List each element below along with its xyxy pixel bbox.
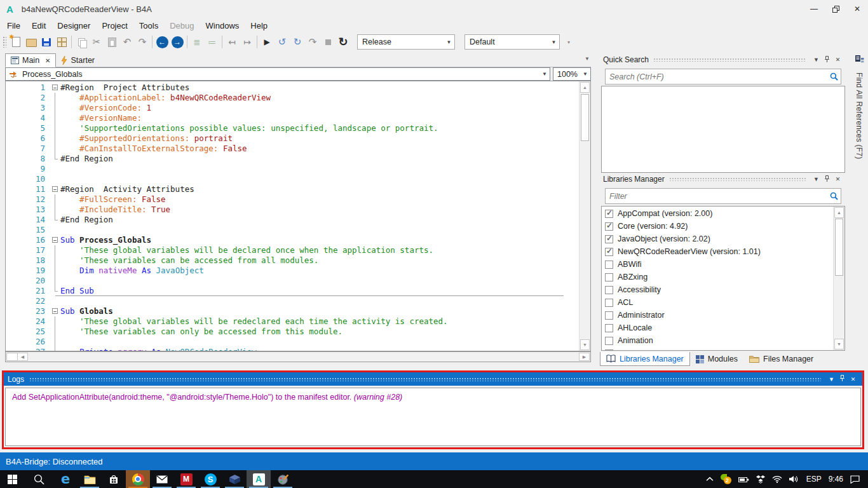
search-icon[interactable] xyxy=(827,72,841,81)
library-item[interactable]: Animation xyxy=(602,334,834,347)
line-number[interactable]: 27 xyxy=(6,347,51,351)
chevron-down-icon[interactable]: ▼ xyxy=(811,57,822,63)
line-number[interactable]: 11 xyxy=(6,184,51,194)
taskbar-b4a[interactable]: A xyxy=(247,470,271,488)
minimize-button[interactable]: — xyxy=(803,0,825,18)
line-number[interactable]: 24 xyxy=(6,316,51,327)
volume-icon[interactable] xyxy=(789,475,799,483)
menu-file[interactable]: File xyxy=(1,21,26,30)
close-button[interactable]: ✕ xyxy=(846,0,868,18)
undo-icon[interactable]: ↶ xyxy=(119,34,135,50)
scrollbar-thumb[interactable] xyxy=(581,94,589,141)
code-editor[interactable]: 1 − #Region Project Attributes 2 #Applic… xyxy=(5,81,591,351)
pin-icon[interactable] xyxy=(822,56,832,64)
chevron-down-icon[interactable]: ▼ xyxy=(826,376,837,383)
code-text[interactable]: #FullScreen: False xyxy=(60,194,166,205)
line-number[interactable]: 14 xyxy=(6,215,51,225)
line-number[interactable]: 23 xyxy=(6,306,51,316)
line-number[interactable]: 16 xyxy=(6,235,51,245)
logs-body[interactable]: Add SetApplicationAttribute(android:them… xyxy=(5,388,861,446)
tab-starter[interactable]: Starter xyxy=(56,54,100,67)
editor-vertical-scrollbar[interactable]: ▲ ▼ xyxy=(579,81,590,351)
dropbox-icon[interactable] xyxy=(756,475,765,484)
library-item[interactable]: ACL xyxy=(602,296,834,309)
line-number[interactable]: 2 xyxy=(6,93,51,103)
run-icon[interactable]: ▶ xyxy=(259,34,275,50)
library-checkbox[interactable] xyxy=(605,261,613,269)
code-text[interactable]: 'These variables can only be accessed fr… xyxy=(60,327,342,337)
menu-tools[interactable]: Tools xyxy=(133,21,164,30)
battery-icon[interactable] xyxy=(738,476,749,483)
line-number[interactable]: 17 xyxy=(6,245,51,255)
library-filter-input[interactable] xyxy=(606,191,827,201)
library-checkbox[interactable] xyxy=(605,299,613,307)
line-number[interactable]: 25 xyxy=(6,327,51,337)
fold-toggle-icon[interactable]: − xyxy=(52,186,58,192)
line-number[interactable]: 22 xyxy=(6,296,51,306)
tab-list-chevron-icon[interactable]: ▼ xyxy=(585,56,590,62)
code-text[interactable]: Private nqrcrv As NewQRCodeReaderView xyxy=(60,347,257,351)
code-text[interactable]: #Region Project Attributes xyxy=(60,83,189,93)
language-indicator[interactable]: ESP xyxy=(806,475,822,484)
library-item[interactable]: Accessibility xyxy=(602,283,834,296)
code-text[interactable]: Sub Process_Globals xyxy=(60,235,151,245)
line-number[interactable]: 18 xyxy=(6,255,51,266)
line-number[interactable]: 21 xyxy=(6,286,51,296)
layout-configuration-select[interactable]: Default ▼ xyxy=(465,34,560,50)
code-text[interactable]: Sub Globals xyxy=(60,306,113,316)
menu-help[interactable]: Help xyxy=(245,21,273,30)
pin-icon[interactable] xyxy=(822,175,832,184)
open-project-icon[interactable] xyxy=(24,34,39,50)
wifi-icon[interactable] xyxy=(772,475,782,483)
fold-toggle-icon[interactable]: − xyxy=(52,308,58,314)
clock[interactable]: 9:46 xyxy=(829,475,843,484)
code-text[interactable]: #End Region xyxy=(60,154,113,164)
taskbar-mail[interactable] xyxy=(150,470,174,488)
taskbar-chrome[interactable] xyxy=(126,470,150,488)
line-number[interactable]: 26 xyxy=(6,337,51,347)
library-item[interactable]: Administrator xyxy=(602,309,834,322)
line-number[interactable]: 13 xyxy=(6,205,51,215)
code-text[interactable]: 'SupportedOrientations possible values: … xyxy=(60,123,438,133)
dock-tab-modules[interactable]: Modules xyxy=(690,352,743,366)
search-icon[interactable] xyxy=(827,192,841,200)
line-number[interactable]: 1 xyxy=(6,83,51,93)
code-text[interactable]: #VersionName: xyxy=(60,113,146,123)
library-checkbox[interactable] xyxy=(605,337,613,345)
quick-search-input[interactable] xyxy=(606,72,827,82)
libraries-scrollbar[interactable]: ▲ ▼ xyxy=(833,207,844,350)
code-text[interactable]: 'These global variables will be declared… xyxy=(60,245,433,255)
taskbar-designer[interactable] xyxy=(271,470,295,488)
pin-icon[interactable] xyxy=(837,375,848,383)
editor-horizontal-scrollbar[interactable]: ◀ ▶ xyxy=(5,351,591,362)
library-checkbox[interactable] xyxy=(605,273,613,281)
close-icon[interactable]: ✕ xyxy=(832,176,843,182)
close-tab-icon[interactable]: ✕ xyxy=(45,57,50,64)
line-number[interactable]: 5 xyxy=(6,123,51,133)
scrollbar-thumb[interactable] xyxy=(6,353,18,361)
library-item[interactable]: AHLocale xyxy=(602,322,834,334)
restore-button[interactable] xyxy=(825,0,846,18)
fold-toggle-icon[interactable]: − xyxy=(52,85,58,90)
code-text[interactable]: End Sub xyxy=(60,286,94,296)
library-filter-box[interactable] xyxy=(605,188,841,204)
code-text[interactable]: #End Region xyxy=(60,215,113,225)
debug-icon[interactable]: ↺ xyxy=(275,34,290,50)
taskbar-skype[interactable]: S xyxy=(198,470,222,488)
navigate-back-icon[interactable]: ← xyxy=(154,34,170,50)
line-number[interactable]: 19 xyxy=(6,266,51,276)
uncomment-icon[interactable]: ≔ xyxy=(205,34,220,50)
line-number[interactable]: 10 xyxy=(6,174,51,184)
taskbar-search-button[interactable] xyxy=(24,470,53,488)
editor-zoom-select[interactable]: 100% ▼ xyxy=(553,67,591,81)
rebuild-icon[interactable]: ↻ xyxy=(336,34,351,50)
step-icon[interactable]: ↷ xyxy=(305,34,320,50)
resume-icon[interactable]: ↻ xyxy=(290,34,305,50)
library-checkbox[interactable] xyxy=(605,222,613,231)
copy-icon[interactable] xyxy=(74,34,89,50)
dock-tab-libraries-manager[interactable]: Libraries Manager xyxy=(600,352,690,366)
chevron-down-icon[interactable]: ▼ xyxy=(811,176,822,182)
library-checkbox[interactable] xyxy=(605,311,613,320)
close-icon[interactable]: ✕ xyxy=(848,376,858,383)
menu-windows[interactable]: Windows xyxy=(200,21,245,30)
